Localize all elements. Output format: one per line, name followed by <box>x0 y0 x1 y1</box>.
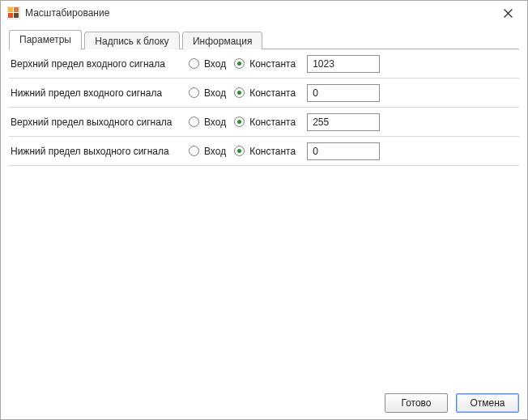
radio-label-constant: Константа <box>249 87 296 99</box>
radio-group-constant: Константа <box>234 58 296 70</box>
svg-rect-1 <box>8 7 13 12</box>
tab-parameters[interactable]: Параметры <box>9 30 82 50</box>
value-input-upper-in[interactable] <box>307 55 380 73</box>
radio-label-constant: Константа <box>249 117 296 128</box>
radio-input[interactable] <box>189 87 199 98</box>
value-input-lower-in[interactable] <box>307 84 380 102</box>
radio-label-input: Вход <box>204 87 226 99</box>
radio-label-input: Вход <box>204 146 226 157</box>
row-label: Верхний предел выходного сигнала <box>11 117 189 128</box>
radio-constant[interactable] <box>234 87 245 98</box>
radio-group-constant: Константа <box>234 117 296 128</box>
tabstrip: Параметры Надпись к блоку Информация <box>9 30 519 49</box>
radio-constant[interactable] <box>234 58 245 69</box>
radio-group-input: Вход <box>189 87 226 99</box>
svg-rect-4 <box>14 13 19 18</box>
row-input-upper: Верхний предел входного сигнала Вход Кон… <box>9 49 519 78</box>
radio-constant[interactable] <box>234 117 245 127</box>
radio-group-constant: Константа <box>234 146 296 157</box>
radio-group-input: Вход <box>189 117 226 128</box>
radio-label-constant: Константа <box>249 58 296 70</box>
cancel-button[interactable]: Отмена <box>456 393 519 413</box>
close-icon <box>504 9 513 18</box>
radio-input[interactable] <box>189 117 199 127</box>
radio-label-input: Вход <box>204 117 226 128</box>
row-label: Верхний предел входного сигнала <box>11 58 189 70</box>
tab-content: Верхний предел входного сигнала Вход Кон… <box>9 49 519 387</box>
row-output-upper: Верхний предел выходного сигнала Вход Ко… <box>9 108 519 137</box>
value-input-lower-out[interactable] <box>307 142 380 160</box>
tab-block-label[interactable]: Надпись к блоку <box>84 32 179 51</box>
tab-information[interactable]: Информация <box>182 32 262 51</box>
svg-rect-2 <box>14 7 19 12</box>
svg-rect-3 <box>8 13 13 18</box>
radio-label-input: Вход <box>204 58 226 70</box>
app-icon <box>7 6 20 19</box>
titlebar: Масштабирование <box>1 1 527 25</box>
radio-group-input: Вход <box>189 146 226 157</box>
radio-group-constant: Константа <box>234 87 296 99</box>
radio-input[interactable] <box>189 146 199 156</box>
radio-group-input: Вход <box>189 58 226 70</box>
close-button[interactable] <box>492 2 524 23</box>
ok-button[interactable]: Готово <box>385 393 448 413</box>
radio-constant[interactable] <box>234 146 245 156</box>
value-input-upper-out[interactable] <box>307 113 380 131</box>
row-label: Нижний предел входного сигнала <box>11 87 189 99</box>
dialog-footer: Готово Отмена <box>385 393 519 413</box>
row-label: Нижний предел выходного сигнала <box>11 146 189 157</box>
radio-label-constant: Константа <box>249 146 296 157</box>
window-title: Масштабирование <box>25 7 492 19</box>
row-output-lower: Нижний предел выходного сигнала Вход Кон… <box>9 137 519 166</box>
radio-input[interactable] <box>189 58 199 69</box>
row-input-lower: Нижний предел входного сигнала Вход Конс… <box>9 78 519 108</box>
dialog-window: Масштабирование Параметры Надпись к блок… <box>0 0 528 420</box>
